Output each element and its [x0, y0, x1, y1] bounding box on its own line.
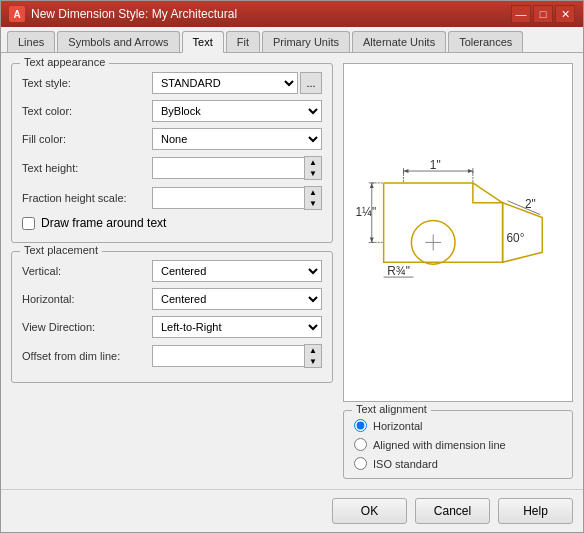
text-alignment-group: Text alignment Horizontal Aligned with d… [343, 410, 573, 479]
text-style-row: Text style: STANDARD ... [22, 72, 322, 94]
view-direction-control: Left-to-Right Right-to-Left [152, 316, 322, 338]
main-window: A New Dimension Style: My Architectural … [0, 0, 584, 533]
fraction-height-label: Fraction height scale: [22, 192, 152, 204]
text-style-select[interactable]: STANDARD [152, 72, 298, 94]
tab-text[interactable]: Text [182, 31, 224, 53]
main-content: Text appearance Text style: STANDARD ... [1, 53, 583, 489]
text-height-label: Text height: [22, 162, 152, 174]
vertical-row: Vertical: Centered Above Outside JIS [22, 260, 322, 282]
preview-svg: 1" 1¼" 2" [344, 64, 572, 401]
view-direction-select[interactable]: Left-to-Right Right-to-Left [152, 316, 322, 338]
tab-primary[interactable]: Primary Units [262, 31, 350, 52]
title-bar-controls: — □ ✕ [511, 5, 575, 23]
offset-up[interactable]: ▲ [305, 345, 321, 356]
tab-tolerances[interactable]: Tolerances [448, 31, 523, 52]
offset-control: 0'-0 3/32" ▲ ▼ [152, 344, 322, 368]
fill-color-select[interactable]: None [152, 128, 322, 150]
horizontal-control: Centered At Ext Line 1 At Ext Line 2 [152, 288, 322, 310]
help-button[interactable]: Help [498, 498, 573, 524]
iso-radio-row: ISO standard [354, 457, 562, 470]
minimize-button[interactable]: — [511, 5, 531, 23]
text-color-row: Text color: ByBlock [22, 100, 322, 122]
right-panel: 1" 1¼" 2" [343, 63, 573, 479]
draw-frame-row: Draw frame around text [22, 216, 322, 230]
fraction-height-input[interactable]: 1.0000 [152, 187, 305, 209]
offset-down[interactable]: ▼ [305, 356, 321, 367]
text-placement-label: Text placement [20, 244, 102, 256]
fraction-height-up[interactable]: ▲ [305, 187, 321, 198]
iso-radio[interactable] [354, 457, 367, 470]
tab-alternate[interactable]: Alternate Units [352, 31, 446, 52]
preview-box: 1" 1¼" 2" [343, 63, 573, 402]
text-color-select[interactable]: ByBlock [152, 100, 322, 122]
offset-label: Offset from dim line: [22, 350, 152, 362]
horizontal-label: Horizontal: [22, 293, 152, 305]
fill-color-control: None [152, 128, 322, 150]
svg-text:R¾": R¾" [387, 264, 410, 278]
tab-fit[interactable]: Fit [226, 31, 260, 52]
horizontal-radio-label: Horizontal [373, 420, 423, 432]
offset-row: Offset from dim line: 0'-0 3/32" ▲ ▼ [22, 344, 322, 368]
text-height-spinner: 0'-0 3/16" ▲ ▼ [152, 156, 322, 180]
title-bar: A New Dimension Style: My Architectural … [1, 1, 583, 27]
left-panel: Text appearance Text style: STANDARD ... [11, 63, 333, 479]
text-style-control: STANDARD ... [152, 72, 322, 94]
draw-frame-checkbox[interactable] [22, 217, 35, 230]
text-height-up[interactable]: ▲ [305, 157, 321, 168]
text-alignment-label: Text alignment [352, 403, 431, 415]
fill-color-row: Fill color: None [22, 128, 322, 150]
footer: OK Cancel Help [1, 489, 583, 532]
vertical-label: Vertical: [22, 265, 152, 277]
iso-radio-label: ISO standard [373, 458, 438, 470]
maximize-button[interactable]: □ [533, 5, 553, 23]
close-button[interactable]: ✕ [555, 5, 575, 23]
text-appearance-label: Text appearance [20, 56, 109, 68]
svg-text:60°: 60° [507, 231, 525, 245]
fill-color-label: Fill color: [22, 133, 152, 145]
tab-lines[interactable]: Lines [7, 31, 55, 52]
title-bar-left: A New Dimension Style: My Architectural [9, 6, 237, 22]
cancel-button[interactable]: Cancel [415, 498, 490, 524]
fraction-height-row: Fraction height scale: 1.0000 ▲ ▼ [22, 186, 322, 210]
window-title: New Dimension Style: My Architectural [31, 7, 237, 21]
ok-button[interactable]: OK [332, 498, 407, 524]
fraction-height-spinner-btns: ▲ ▼ [304, 186, 322, 210]
text-height-down[interactable]: ▼ [305, 168, 321, 179]
fraction-height-down[interactable]: ▼ [305, 198, 321, 209]
app-icon: A [9, 6, 25, 22]
text-height-spinner-btns: ▲ ▼ [304, 156, 322, 180]
aligned-radio[interactable] [354, 438, 367, 451]
offset-spinner: 0'-0 3/32" ▲ ▼ [152, 344, 322, 368]
view-direction-row: View Direction: Left-to-Right Right-to-L… [22, 316, 322, 338]
svg-text:1": 1" [430, 158, 441, 172]
text-style-browse[interactable]: ... [300, 72, 322, 94]
fraction-height-control: 1.0000 ▲ ▼ [152, 186, 322, 210]
text-color-control: ByBlock [152, 100, 322, 122]
offset-input[interactable]: 0'-0 3/32" [152, 345, 305, 367]
offset-spinner-btns: ▲ ▼ [304, 344, 322, 368]
text-height-input[interactable]: 0'-0 3/16" [152, 157, 305, 179]
aligned-radio-row: Aligned with dimension line [354, 438, 562, 451]
svg-text:2": 2" [525, 197, 536, 211]
main-area: Text appearance Text style: STANDARD ... [11, 63, 573, 479]
vertical-select[interactable]: Centered Above Outside JIS [152, 260, 322, 282]
text-height-row: Text height: 0'-0 3/16" ▲ ▼ [22, 156, 322, 180]
text-appearance-group: Text appearance Text style: STANDARD ... [11, 63, 333, 243]
svg-rect-0 [344, 143, 572, 321]
text-color-label: Text color: [22, 105, 152, 117]
aligned-radio-label: Aligned with dimension line [373, 439, 506, 451]
text-style-label: Text style: [22, 77, 152, 89]
horizontal-radio[interactable] [354, 419, 367, 432]
tab-bar: Lines Symbols and Arrows Text Fit Primar… [1, 27, 583, 53]
fraction-height-spinner: 1.0000 ▲ ▼ [152, 186, 322, 210]
tab-symbols[interactable]: Symbols and Arrows [57, 31, 179, 52]
draw-frame-label: Draw frame around text [41, 216, 166, 230]
text-placement-group: Text placement Vertical: Centered Above … [11, 251, 333, 383]
view-direction-label: View Direction: [22, 321, 152, 333]
vertical-control: Centered Above Outside JIS [152, 260, 322, 282]
svg-text:1¼": 1¼" [355, 205, 376, 219]
horizontal-row: Horizontal: Centered At Ext Line 1 At Ex… [22, 288, 322, 310]
horizontal-select[interactable]: Centered At Ext Line 1 At Ext Line 2 [152, 288, 322, 310]
text-height-control: 0'-0 3/16" ▲ ▼ [152, 156, 322, 180]
horizontal-radio-row: Horizontal [354, 419, 562, 432]
